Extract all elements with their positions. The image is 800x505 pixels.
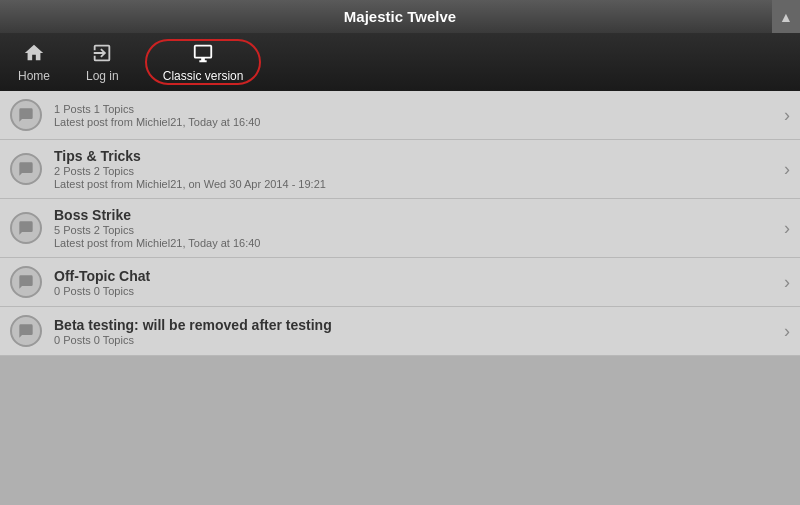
- forum-icon: [10, 266, 42, 298]
- forum-icon: [10, 153, 42, 185]
- forum-meta1: 2 Posts 2 Topics: [54, 165, 776, 177]
- forum-title: Off-Topic Chat: [54, 268, 776, 284]
- home-icon: [23, 42, 45, 67]
- forum-info: Tips & Tricks 2 Posts 2 Topics Latest po…: [54, 148, 776, 190]
- login-icon: [91, 42, 113, 67]
- scroll-button[interactable]: ▲: [772, 0, 800, 33]
- forum-meta1: 0 Posts 0 Topics: [54, 334, 776, 346]
- chevron-right-icon: ›: [784, 218, 790, 239]
- forum-icon: [10, 212, 42, 244]
- forum-meta2: Latest post from Michiel21, on Wed 30 Ap…: [54, 178, 776, 190]
- forum-meta1: 1 Posts 1 Topics: [54, 103, 776, 115]
- nav-login-label: Log in: [86, 69, 119, 83]
- forum-icon: [10, 99, 42, 131]
- nav-classic[interactable]: Classic version: [145, 39, 262, 85]
- chevron-right-icon: ›: [784, 321, 790, 342]
- chevron-right-icon: ›: [784, 272, 790, 293]
- forum-title: Beta testing: will be removed after test…: [54, 317, 776, 333]
- forum-row[interactable]: Beta testing: will be removed after test…: [0, 307, 800, 356]
- forum-meta2: Latest post from Michiel21, Today at 16:…: [54, 237, 776, 249]
- chevron-right-icon: ›: [784, 159, 790, 180]
- forum-meta1: 0 Posts 0 Topics: [54, 285, 776, 297]
- forum-info: Boss Strike 5 Posts 2 Topics Latest post…: [54, 207, 776, 249]
- forum-row[interactable]: Off-Topic Chat 0 Posts 0 Topics ›: [0, 258, 800, 307]
- nav-home-label: Home: [18, 69, 50, 83]
- chevron-right-icon: ›: [784, 105, 790, 126]
- forum-meta2: Latest post from Michiel21, Today at 16:…: [54, 116, 776, 128]
- nav-home[interactable]: Home: [0, 33, 68, 91]
- forum-info: Beta testing: will be removed after test…: [54, 317, 776, 346]
- forum-title: Tips & Tricks: [54, 148, 776, 164]
- forum-row[interactable]: Tips & Tricks 2 Posts 2 Topics Latest po…: [0, 140, 800, 199]
- forum-title: Boss Strike: [54, 207, 776, 223]
- nav-classic-label: Classic version: [163, 69, 244, 83]
- nav-bar: Home Log in Classic version: [0, 33, 800, 91]
- monitor-icon: [192, 42, 214, 67]
- title-bar: Majestic Twelve ▲: [0, 0, 800, 33]
- forum-info: 1 Posts 1 Topics Latest post from Michie…: [54, 102, 776, 128]
- forum-meta1: 5 Posts 2 Topics: [54, 224, 776, 236]
- forum-icon: [10, 315, 42, 347]
- forum-row[interactable]: 1 Posts 1 Topics Latest post from Michie…: [0, 91, 800, 140]
- forum-row[interactable]: Boss Strike 5 Posts 2 Topics Latest post…: [0, 199, 800, 258]
- nav-login[interactable]: Log in: [68, 33, 137, 91]
- forum-list: 1 Posts 1 Topics Latest post from Michie…: [0, 91, 800, 356]
- app-title: Majestic Twelve: [344, 8, 456, 25]
- forum-info: Off-Topic Chat 0 Posts 0 Topics: [54, 268, 776, 297]
